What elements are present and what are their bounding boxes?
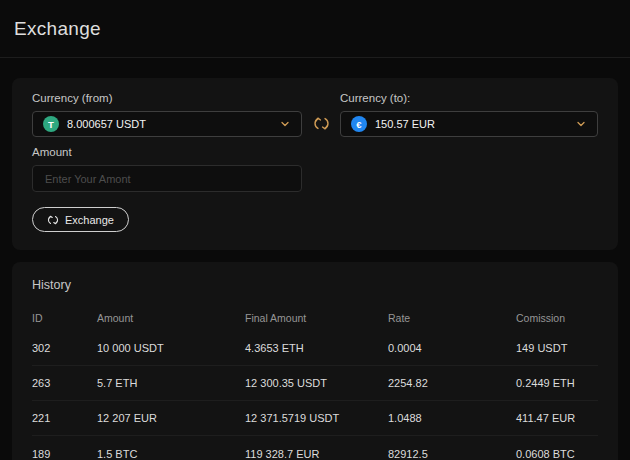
cell-id: 221: [32, 412, 97, 424]
cell-amount: 12 207 EUR: [97, 412, 245, 424]
column-header-amount: Amount: [97, 312, 245, 324]
cell-final-amount: 119 328.7 EUR: [245, 448, 388, 460]
exchange-button-label: Exchange: [65, 214, 114, 226]
cell-rate: 2254.82: [388, 377, 516, 389]
cell-amount: 1.5 BTC: [97, 448, 245, 460]
table-row: 189 1.5 BTC 119 328.7 EUR 82912.5 0.0608…: [32, 436, 598, 460]
cell-id: 263: [32, 377, 97, 389]
page-title: Exchange: [14, 18, 101, 40]
column-header-final-amount: Final Amount: [245, 312, 388, 324]
cell-final-amount: 4.3653 ETH: [245, 342, 388, 354]
cell-rate: 1.0488: [388, 412, 516, 424]
app-header: Exchange: [0, 0, 630, 58]
currency-to-label: Currency (to):: [340, 92, 598, 104]
exchange-form-panel: Currency (from) T 8.000657 USDT Currency…: [12, 78, 618, 250]
cell-rate: 0.0004: [388, 342, 516, 354]
currency-to-value: 150.57 EUR: [375, 118, 575, 130]
currency-from-label: Currency (from): [32, 92, 302, 104]
swap-arrows-icon: [47, 214, 59, 226]
currency-from-select[interactable]: T 8.000657 USDT: [32, 111, 302, 137]
table-header-row: ID Amount Final Amount Rate Comission: [32, 309, 598, 327]
cell-final-amount: 12 371.5719 USDT: [245, 412, 388, 424]
exchange-button[interactable]: Exchange: [32, 207, 129, 232]
amount-input[interactable]: [32, 165, 302, 192]
chevron-down-icon: [279, 118, 291, 130]
column-header-rate: Rate: [388, 312, 516, 324]
column-header-comission: Comission: [516, 312, 598, 324]
cell-id: 189: [32, 448, 97, 460]
usdt-coin-icon: T: [43, 116, 59, 132]
chevron-down-icon: [575, 118, 587, 130]
cell-id: 302: [32, 342, 97, 354]
swap-currencies-button[interactable]: [302, 115, 340, 132]
cell-final-amount: 12 300.35 USDT: [245, 377, 388, 389]
currency-to-select[interactable]: € 150.57 EUR: [340, 111, 598, 137]
cell-comission: 149 USDT: [516, 342, 598, 354]
cell-rate: 82912.5: [388, 448, 516, 460]
eur-coin-icon: €: [351, 116, 367, 132]
currency-from-value: 8.000657 USDT: [67, 118, 279, 130]
table-row: 263 5.7 ETH 12 300.35 USDT 2254.82 0.244…: [32, 366, 598, 401]
cell-comission: 0.2449 ETH: [516, 377, 598, 389]
cell-amount: 10 000 USDT: [97, 342, 245, 354]
cell-comission: 0.0608 BTC: [516, 448, 598, 460]
swap-arrows-icon: [313, 115, 330, 132]
cell-comission: 411.47 EUR: [516, 412, 598, 424]
history-title: History: [32, 278, 598, 292]
column-header-id: ID: [32, 312, 97, 324]
history-panel: History ID Amount Final Amount Rate Comi…: [12, 262, 618, 460]
table-row: 221 12 207 EUR 12 371.5719 USDT 1.0488 4…: [32, 401, 598, 436]
cell-amount: 5.7 ETH: [97, 377, 245, 389]
table-row: 302 10 000 USDT 4.3653 ETH 0.0004 149 US…: [32, 331, 598, 366]
amount-label: Amount: [32, 146, 598, 158]
